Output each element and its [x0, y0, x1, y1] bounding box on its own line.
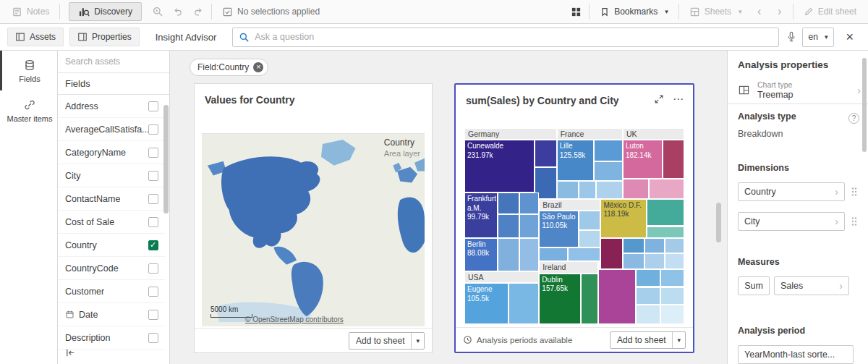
- treemap-block[interactable]: [594, 140, 623, 161]
- remove-filter-icon[interactable]: ×: [253, 62, 263, 72]
- treemap-block[interactable]: [665, 253, 684, 269]
- field-checkbox[interactable]: [148, 217, 158, 227]
- field-checkbox[interactable]: [148, 171, 158, 181]
- field-row[interactable]: AverageCallSatisfa...: [58, 118, 165, 141]
- question-searchbox[interactable]: [232, 27, 778, 47]
- map-chart-card[interactable]: Values for Country Country Area layer 50…: [194, 83, 433, 353]
- treemap-block[interactable]: Frankfurt a.M.99.79k: [464, 192, 498, 237]
- field-checkbox[interactable]: [148, 240, 158, 250]
- edit-sheet-button[interactable]: Edit sheet: [796, 0, 864, 23]
- field-row[interactable]: Customer: [58, 280, 165, 303]
- field-checkbox[interactable]: [148, 124, 158, 135]
- treemap-block[interactable]: [579, 211, 600, 230]
- treemap-block[interactable]: [535, 140, 556, 167]
- treemap-block[interactable]: [644, 238, 664, 254]
- treemap-block[interactable]: [519, 238, 539, 271]
- field-row[interactable]: CountryCode: [58, 257, 165, 280]
- drag-handle-icon[interactable]: [851, 187, 858, 197]
- field-row[interactable]: Country: [58, 234, 165, 257]
- rail-tab-master-items[interactable]: Master items: [0, 90, 57, 130]
- treemap-block[interactable]: Lille125.58k: [557, 140, 595, 181]
- treemap-block[interactable]: São Paulo110.05k: [539, 211, 579, 247]
- step-back-icon[interactable]: [168, 0, 188, 23]
- treemap-block[interactable]: [557, 181, 579, 198]
- assets-search[interactable]: [58, 51, 169, 73]
- selections-status[interactable]: No selections applied: [215, 0, 327, 23]
- treemap-block[interactable]: [623, 238, 644, 254]
- treemap-block[interactable]: [581, 274, 598, 324]
- treemap-block[interactable]: [596, 181, 622, 198]
- treemap-block[interactable]: [600, 238, 622, 269]
- field-checkbox[interactable]: [148, 263, 158, 274]
- treemap-block[interactable]: [568, 247, 601, 261]
- treemap-block[interactable]: [498, 214, 519, 238]
- more-options-icon[interactable]: ⋯: [673, 93, 684, 104]
- field-row[interactable]: Date: [58, 303, 165, 326]
- map[interactable]: [202, 133, 425, 326]
- next-sheet-icon[interactable]: ›: [770, 0, 790, 23]
- collapse-panel-icon[interactable]: [65, 347, 76, 358]
- field-row[interactable]: CategoryName: [58, 141, 165, 164]
- treemap-block[interactable]: [498, 192, 519, 214]
- microphone-icon[interactable]: [786, 31, 796, 43]
- discovery-tab[interactable]: Discovery: [69, 2, 142, 21]
- treemap-block[interactable]: Berlin88.08k: [464, 238, 498, 271]
- field-row[interactable]: ContactName: [58, 187, 165, 211]
- treemap-block[interactable]: [644, 253, 664, 269]
- treemap-block[interactable]: [665, 238, 684, 254]
- treemap-block[interactable]: [660, 287, 684, 305]
- question-input[interactable]: [255, 32, 772, 42]
- assets-search-input[interactable]: [65, 56, 162, 67]
- treemap-block[interactable]: [539, 247, 568, 261]
- help-icon[interactable]: ?: [848, 113, 859, 124]
- treemap-block[interactable]: Cunewalde231.97k: [464, 140, 535, 192]
- treemap-block[interactable]: [636, 269, 660, 287]
- app-objects-icon[interactable]: [566, 0, 586, 23]
- field-checkbox[interactable]: [148, 101, 158, 111]
- chevron-down-icon[interactable]: ▾: [672, 332, 685, 348]
- smart-search-icon[interactable]: [148, 0, 168, 23]
- field-checkbox[interactable]: [148, 194, 158, 204]
- step-forward-icon[interactable]: [188, 0, 208, 23]
- treemap-block[interactable]: Luton182.14k: [623, 140, 663, 179]
- treemap-block[interactable]: México D.F.118.19k: [600, 199, 647, 238]
- treemap-block[interactable]: [579, 230, 600, 247]
- treemap-block[interactable]: [598, 269, 636, 324]
- right-panel-scrollbar[interactable]: [862, 58, 867, 152]
- chevron-down-icon[interactable]: ▾: [411, 333, 424, 349]
- filter-chip-field-country[interactable]: Field:Country ×: [190, 59, 268, 76]
- bookmarks-button[interactable]: Bookmarks ▾: [592, 0, 676, 23]
- sheets-button[interactable]: Sheets ▾: [682, 0, 749, 23]
- map-attribution[interactable]: © OpenStreetMap contributors: [245, 316, 344, 323]
- notes-button[interactable]: Notes: [4, 0, 56, 23]
- treemap-block[interactable]: [636, 305, 660, 324]
- treemap-block[interactable]: [623, 253, 644, 269]
- language-select[interactable]: en ▾: [802, 27, 835, 47]
- main-scrollbar[interactable]: [716, 203, 721, 242]
- measure-aggregation-button[interactable]: Sum: [738, 276, 770, 295]
- treemap-block[interactable]: Eugene105.5k: [464, 283, 509, 324]
- dimension-country-button[interactable]: Country ›: [738, 182, 845, 201]
- treemap-block[interactable]: [647, 227, 684, 238]
- rail-tab-fields[interactable]: Fields: [0, 51, 57, 90]
- field-checkbox[interactable]: [148, 310, 158, 320]
- treemap-block[interactable]: [594, 161, 623, 181]
- drag-handle-icon[interactable]: [851, 216, 858, 227]
- field-row[interactable]: Cost of Sale: [58, 211, 165, 234]
- expand-icon[interactable]: [654, 94, 664, 104]
- add-to-sheet-button[interactable]: Add to sheet ▾: [610, 331, 686, 349]
- prev-sheet-icon[interactable]: ‹: [749, 0, 770, 23]
- measure-field-button[interactable]: Sales ›: [774, 276, 849, 295]
- dimension-city-button[interactable]: City ›: [738, 212, 845, 231]
- analysis-period-button[interactable]: YearMonth-last sorte...: [738, 345, 854, 364]
- treemap-block[interactable]: [663, 140, 684, 179]
- treemap-block[interactable]: [579, 181, 596, 198]
- treemap-block[interactable]: [498, 238, 519, 271]
- treemap-block[interactable]: [636, 287, 660, 305]
- field-row[interactable]: City: [58, 164, 165, 187]
- field-checkbox[interactable]: [148, 333, 158, 343]
- treemap-block[interactable]: [519, 192, 539, 214]
- treemap-block[interactable]: [509, 283, 540, 324]
- treemap-block[interactable]: [660, 269, 684, 287]
- close-icon[interactable]: ×: [846, 30, 854, 43]
